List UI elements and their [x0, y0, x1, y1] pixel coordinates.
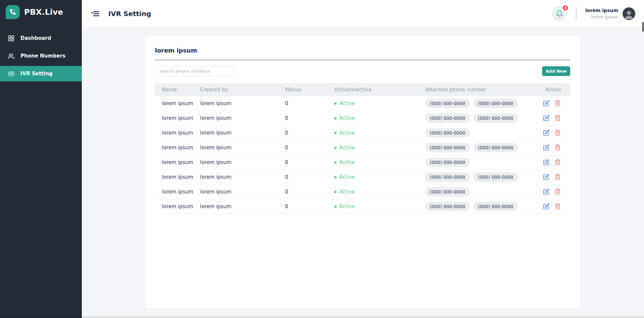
sidebar-item-phone-numbers[interactable]: Phone Numbers — [0, 48, 82, 64]
row-created-by: lorem ipsum — [193, 189, 278, 195]
delete-icon[interactable] — [554, 144, 561, 151]
bell-icon — [556, 10, 563, 17]
toolbar: Add New — [155, 66, 570, 76]
vertical-scrollbar[interactable] — [642, 22, 644, 31]
row-actions — [538, 188, 570, 195]
edit-icon[interactable] — [543, 100, 549, 106]
row-name: lorem ipsum — [155, 145, 193, 151]
notifications-button[interactable]: 4 — [552, 6, 567, 21]
table-row: lorem ipsum lorem ipsum 0 Active (000) 0… — [155, 140, 570, 155]
ivr-table: Name Created by Menus Active/Inactive At… — [155, 83, 570, 214]
status-dot-icon — [334, 206, 337, 208]
status-label: Active — [339, 130, 355, 136]
row-actions — [538, 115, 570, 121]
avatar[interactable] — [623, 7, 635, 20]
table-row: lorem ipsum lorem ipsum 0 Active (000) 0… — [155, 96, 570, 111]
row-actions — [538, 159, 570, 165]
search-input[interactable] — [155, 66, 235, 76]
edit-icon[interactable] — [543, 159, 549, 165]
grid-icon — [8, 35, 15, 42]
status-label: Active — [339, 115, 355, 121]
row-name: lorem ipsum — [155, 189, 193, 195]
status-dot-icon — [334, 191, 337, 193]
row-phone-numbers: (000) 000-0000 — [418, 158, 538, 167]
row-menus: 0 — [278, 159, 328, 165]
status-badge: Active — [334, 189, 355, 195]
table-row: lorem ipsum lorem ipsum 0 Active (000) 0… — [155, 126, 570, 140]
edit-icon[interactable] — [543, 144, 549, 151]
users-icon — [8, 53, 15, 60]
sidebar-nav: Dashboard Phone Numbers IVR Setting — [0, 30, 82, 81]
status-dot-icon — [334, 132, 337, 134]
row-menus: 0 — [278, 204, 328, 210]
delete-icon[interactable] — [554, 159, 561, 165]
delete-icon[interactable] — [554, 188, 561, 195]
phone-logo-icon — [6, 5, 20, 19]
row-phone-numbers: (000) 000-0000(000) 000-0000 — [418, 143, 538, 152]
row-actions — [538, 203, 570, 210]
edit-icon[interactable] — [543, 188, 549, 195]
add-new-button[interactable]: Add New — [542, 66, 570, 76]
row-created-by: lorem ipsum — [193, 115, 278, 121]
row-phone-numbers: (000) 000-0000 — [418, 128, 538, 138]
user-subtitle: lorem ipsum — [585, 15, 618, 19]
horizontal-scrollbar[interactable] — [0, 316, 644, 318]
status-badge: Active — [334, 159, 355, 165]
sidebar-toggle-icon[interactable] — [91, 9, 100, 18]
phone-number-pill: (000) 000-0000 — [425, 187, 470, 196]
sidebar: PBX.Live Dashboard Phone Numbers IVR Set… — [0, 0, 82, 318]
row-actions — [538, 130, 570, 136]
status-badge: Active — [334, 130, 355, 136]
user-name: lorem ipsum — [585, 8, 618, 13]
delete-icon[interactable] — [554, 174, 561, 180]
status-badge: Active — [334, 100, 355, 106]
ivr-list-card: lorem ipsum Add New Name Created by Menu… — [145, 36, 580, 309]
delete-icon[interactable] — [554, 115, 561, 121]
table-header-row: Name Created by Menus Active/Inactive At… — [155, 83, 570, 96]
row-actions — [538, 100, 570, 106]
status-label: Active — [339, 204, 355, 210]
main-content: lorem ipsum Add New Name Created by Menu… — [82, 27, 644, 318]
card-title: lorem ipsum — [155, 47, 570, 60]
table-row: lorem ipsum lorem ipsum 0 Active (000) 0… — [155, 199, 570, 214]
notification-count-badge: 4 — [563, 5, 568, 11]
status-dot-icon — [334, 147, 337, 149]
row-actions — [538, 144, 570, 151]
table-row: lorem ipsum lorem ipsum 0 Active (000) 0… — [155, 184, 570, 199]
edit-icon[interactable] — [543, 115, 549, 121]
row-menus: 0 — [278, 115, 328, 121]
edit-icon[interactable] — [543, 174, 549, 180]
row-menus: 0 — [278, 130, 328, 136]
row-phone-numbers: (000) 000-0000(000) 000-0000 — [418, 172, 538, 182]
person-silhouette-icon — [623, 9, 635, 20]
edit-icon[interactable] — [543, 130, 549, 136]
sidebar-item-ivr-setting[interactable]: IVR Setting — [0, 66, 82, 81]
row-name: lorem ipsum — [155, 115, 193, 121]
column-header-created-by: Created by — [193, 87, 278, 93]
phone-number-pill: (000) 000-0000 — [473, 202, 518, 211]
row-name: lorem ipsum — [155, 100, 193, 106]
table-row: lorem ipsum lorem ipsum 0 Active (000) 0… — [155, 170, 570, 184]
edit-icon[interactable] — [543, 203, 549, 210]
phone-number-pill: (000) 000-0000 — [473, 143, 518, 152]
column-header-action: Action — [538, 87, 570, 93]
delete-icon[interactable] — [554, 130, 561, 136]
column-header-attached-phone-number: Attached phone number — [418, 87, 538, 93]
voicemail-icon — [8, 70, 15, 77]
delete-icon[interactable] — [554, 203, 561, 210]
phone-number-pill: (000) 000-0000 — [473, 99, 518, 108]
status-badge: Active — [334, 204, 355, 210]
row-menus: 0 — [278, 145, 328, 151]
row-created-by: lorem ipsum — [193, 204, 278, 210]
row-menus: 0 — [278, 100, 328, 106]
brand-logo[interactable]: PBX.Live — [0, 0, 82, 19]
row-name: lorem ipsum — [155, 174, 193, 180]
row-phone-numbers: (000) 000-0000(000) 000-0000 — [418, 99, 538, 108]
sidebar-item-dashboard[interactable]: Dashboard — [0, 30, 82, 46]
status-badge: Active — [334, 174, 355, 180]
row-created-by: lorem ipsum — [193, 174, 278, 180]
delete-icon[interactable] — [554, 100, 561, 106]
phone-number-pill: (000) 000-0000 — [473, 113, 518, 123]
row-name: lorem ipsum — [155, 159, 193, 165]
page-title: IVR Setting — [108, 10, 151, 18]
